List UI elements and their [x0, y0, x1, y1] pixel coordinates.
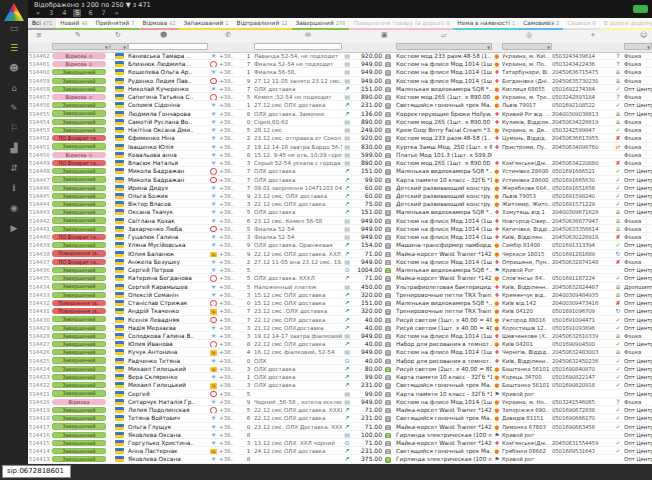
order-row[interactable]: 514420ВідмоваСитарчук Наталія Гр..✳+38..… [28, 398, 652, 406]
order-row[interactable]: 514436ЗавершенийСергей Петров✳+38..5⊙100… [28, 266, 652, 274]
order-row[interactable]: 514419ЗавершенийЛилия Подолинская+38..52… [28, 406, 652, 414]
sidebar-info-icon[interactable]: ℹ [0, 180, 28, 196]
order-row[interactable]: 514451ЗавершенийІващенко Юлія✳+38..219.1… [28, 143, 652, 151]
order-row[interactable]: 514417ЗавершенийОльга Глущук✳+38..023.12… [28, 423, 652, 431]
filter-tag[interactable]: ▼ [624, 43, 652, 50]
tab-done[interactable]: Завершений278 [292, 18, 350, 30]
order-row[interactable]: 514458ЗавершенийНиколай Кучеренко✳+38..7… [28, 85, 652, 93]
comment-icon[interactable]: ✉ [305, 31, 311, 39]
filter-product[interactable]: ▼ [396, 43, 492, 50]
tab-packed[interactable]: Запакований1 [179, 18, 232, 30]
pagination-last-icon[interactable]: » [113, 9, 121, 17]
phone-icon[interactable]: ✆ [225, 31, 231, 39]
order-row[interactable]: 514442ЗавершенийСвітлана Козак✳+38..623.… [28, 217, 652, 225]
filter-comment[interactable] [254, 43, 342, 50]
order-row[interactable]: 514414ЗавершенийАнна Пастернакlg+38..124… [28, 447, 652, 455]
order-row[interactable]: 514440ПО Возврат ск..Гуцалюк Галина✳+38.… [28, 233, 652, 241]
filter-flag[interactable]: ▼ [110, 43, 128, 50]
payment-cell: ▤ [342, 225, 352, 232]
order-row[interactable]: 514445ЗавершенийОльга Божик✳+38..923.12 … [28, 192, 652, 200]
order-row[interactable]: 514439ЗавершенийУляна Мусійовська✳+38..9… [28, 241, 652, 249]
order-row[interactable]: 514453ЗавершенийНікітіна Оксана Дми..✳+3… [28, 126, 652, 134]
order-row[interactable]: 514432Повернення (в..Станіслав Стрижак+3… [28, 299, 652, 307]
order-row[interactable]: 514452ПО Возврат ск..Єфименко Ніна✳+38..… [28, 134, 652, 142]
order-row[interactable]: 514418ЗавершенийТетяна Войтович✳+38..622… [28, 414, 652, 422]
order-row[interactable]: 514454ЗавершенийСамотій Руслана Во..✳+38… [28, 118, 652, 126]
order-row[interactable]: 514415ЗавершенийГоргулько Христина..✳+38… [28, 439, 652, 447]
sidebar-companies-icon[interactable]: ⌂ [0, 80, 28, 96]
product-icon[interactable]: ▱ [441, 31, 446, 39]
order-row[interactable]: 514427ЗавершенийЮлия Иванова+38..822.12 … [28, 340, 652, 348]
order-row[interactable]: 514447ЗавершенийМикола Бадражан+38..7ОЛХ… [28, 176, 652, 184]
order-row[interactable]: 514423ЗавершенийВера Скляренко✳+38..1ОЛХ… [28, 373, 652, 381]
manager-icon[interactable]: ☺ [640, 31, 647, 39]
tab-refused[interactable]: Відмова42 [139, 18, 180, 30]
payment-icon[interactable]: ▣ [381, 31, 388, 39]
page-number[interactable]: 5 [73, 9, 81, 17]
order-row[interactable]: 514444ЗавершенийВіктор Власов✳+38..322.1… [28, 200, 652, 208]
order-row[interactable]: 514460ЗавершенийКошелева Ольга Ар..✳+38.… [28, 68, 652, 76]
tab-accepted[interactable]: Прийнятий7 [92, 18, 139, 30]
pagination-first-icon[interactable]: « [34, 9, 42, 17]
order-row[interactable]: 514425ЗавершенийРадченко Тетяна✳+38..0ОЛ… [28, 357, 652, 365]
location-icon[interactable]: ◎ [526, 31, 532, 39]
order-row[interactable]: 514448ЗавершенийМикола Бадражан+38..7ОЛХ… [28, 167, 652, 175]
sidebar-clients-icon[interactable]: ☻ [0, 60, 28, 76]
tab-pickup[interactable]: Самовивіз2 [519, 18, 563, 30]
orders-list-icon[interactable]: ≡ [36, 31, 42, 39]
sidebar-settings-icon[interactable]: ⇵ [0, 160, 28, 176]
order-row[interactable]: 514449ПО Возврат ск..Власюк Наталья✳+38.… [28, 159, 652, 167]
sidebar-dashboard-icon[interactable]: ▭ [0, 20, 28, 36]
order-row[interactable]: 514413ЗавершенийЯковлева Оксана✳+38..8↗3… [28, 455, 652, 463]
order-row[interactable]: 514428ЗавершенийСолодкова Галина В..✳+38… [28, 332, 652, 340]
page-number[interactable]: 3 [47, 9, 55, 17]
order-row[interactable]: 514424ЗавершенийМихаил Гилецькийlg+38..3… [28, 365, 652, 373]
order-row[interactable]: 514443ЗавершенийОксана Ткачук✳+38..5ОЛХ … [28, 208, 652, 216]
order-row[interactable]: 514437ПО Возврат ск..Анжела Безушку✳+38.… [28, 258, 652, 266]
order-row[interactable]: 514455ЗавершенийЛюдмила Гончарова✳+38..8… [28, 110, 652, 118]
sidebar-stats-icon[interactable]: ▟ [0, 140, 28, 156]
filter-name[interactable] [128, 43, 208, 50]
order-row[interactable]: 514426ЗавершенийКучук Антонинаlg+38..416… [28, 348, 652, 356]
tab-way-home[interactable]: В дорозі додому0 [600, 18, 652, 30]
tab-all[interactable]: Всі471 [28, 18, 56, 30]
order-row[interactable]: 514421ЗавершенийСергей+38..5▤99.001Карта… [28, 390, 652, 398]
order-row[interactable]: 514461Відмова⊙Близнюк Людмила ..+38..7Фи… [28, 60, 652, 68]
sidebar-products-icon[interactable]: ✎ [0, 100, 28, 116]
sidebar-web-icon[interactable]: ◉ [0, 200, 28, 216]
tab-return-transit[interactable]: Повернення товару (в дорозі)0 [349, 18, 453, 30]
clients-icon[interactable]: ☻ [160, 31, 167, 39]
order-row[interactable]: 514450Відмова⊙Ковальова анна✳+38..815.12… [28, 151, 652, 159]
order-row[interactable]: 514438Повернення (в..Юлия Баланюкlg+38..… [28, 250, 652, 258]
tab-new[interactable]: Новий48 [56, 18, 91, 30]
sidebar-campaigns-icon[interactable]: ⚐ [0, 120, 28, 136]
order-row[interactable]: 514430ЗавершенийКсенія Левадняя+38..722.… [28, 316, 652, 324]
sidebar-orders-icon[interactable]: ☰ [0, 40, 28, 56]
order-row[interactable]: 514433ЗавершенийОлексій Семанін✳+38..315… [28, 291, 652, 299]
order-row[interactable]: 514431Повернення (в..Андрій Ткаченкоlg+3… [28, 307, 652, 315]
tracking-icon[interactable]: ⌖ [591, 31, 595, 39]
order-row[interactable]: 514441ЗавершенийЗахарченко Люба+38..5Фиа… [28, 225, 652, 233]
order-row[interactable]: 514462Відмова⊙Каневська Тамара ..✳+38..1… [28, 52, 652, 60]
page-number[interactable]: 7 [100, 9, 108, 17]
page-number[interactable]: 4 [60, 9, 68, 17]
order-row[interactable]: 514422ЗавершенийМихаил Гилецькийlg+38..3… [28, 381, 652, 389]
quick-add-button[interactable] [633, 5, 648, 13]
order-row[interactable]: 514456ЗавершенийСоломія Сідоніна✳+38..12… [28, 101, 652, 109]
status-edit-icon[interactable]: ✎ [75, 31, 81, 39]
order-row[interactable]: 514435ЗавершенийКатерина Богданова+38..5… [28, 274, 652, 282]
filter-address[interactable]: ▼ [502, 43, 552, 50]
order-row[interactable]: 514457Відмова⊙Сапегина Татьяна С..+38..5… [28, 93, 652, 101]
sidebar-video-icon[interactable]: ▶ [0, 220, 28, 236]
tab-out-of-stock[interactable]: Нема в наявності1 [453, 18, 519, 30]
order-row[interactable]: 514446ЗавершенийИрина Дидух✳+38..709.01 … [28, 184, 652, 192]
tab-services[interactable]: Сервіси0 [563, 18, 599, 30]
refresh-icon[interactable]: ↻ [115, 31, 121, 39]
tab-sent[interactable]: Відправлений12 [233, 18, 292, 30]
order-row[interactable]: 514429ЗавершенийНадія Мерзаєва✳+38..321.… [28, 324, 652, 332]
page-number[interactable]: 6 [86, 9, 94, 17]
order-row[interactable]: 514434ЗавершенийСергей Карамышев✳+38..5Н… [28, 283, 652, 291]
order-row[interactable]: 514459ЗавершенийРуденко Лидия Пав..+38..… [28, 77, 652, 85]
filter-status[interactable]: ▼ [52, 43, 110, 50]
order-row[interactable]: 514416ЗавершенийЯковлева Оксана✳+38..8▤1… [28, 431, 652, 439]
